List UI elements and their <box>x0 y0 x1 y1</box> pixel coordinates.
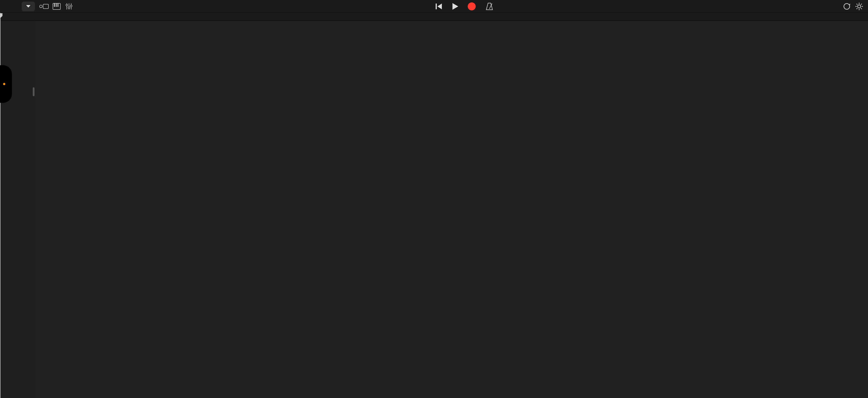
svg-point-7 <box>66 4 68 6</box>
svg-rect-3 <box>54 3 55 7</box>
play-button[interactable] <box>450 1 461 12</box>
metronome-button[interactable] <box>484 1 495 12</box>
tracks-area <box>0 21 868 398</box>
play-icon <box>452 3 459 10</box>
view-toggle-button[interactable] <box>39 1 50 12</box>
svg-point-9 <box>68 7 70 9</box>
svg-rect-12 <box>436 3 437 9</box>
automation-handle[interactable] <box>33 87 34 96</box>
svg-rect-5 <box>58 3 58 7</box>
piano-keys-icon <box>53 3 61 10</box>
piano-roll-button[interactable] <box>51 1 62 12</box>
fx-button[interactable] <box>76 1 87 12</box>
playhead-handle-icon[interactable] <box>0 13 3 19</box>
rewind-button[interactable] <box>434 1 444 12</box>
svg-line-23 <box>861 4 862 5</box>
rewind-icon <box>435 3 443 10</box>
lane-grid <box>35 21 868 398</box>
record-icon <box>467 2 476 10</box>
loop-icon <box>843 3 850 10</box>
svg-point-13 <box>468 2 476 10</box>
svg-point-11 <box>70 5 72 7</box>
track-lanes[interactable] <box>35 21 868 398</box>
recording-indicator-dot <box>3 83 5 85</box>
svg-point-15 <box>844 3 850 9</box>
svg-point-16 <box>858 5 861 8</box>
toolbar <box>0 0 868 13</box>
menu-button[interactable] <box>22 2 35 11</box>
svg-rect-4 <box>56 3 57 7</box>
mixer-icon <box>65 3 73 10</box>
settings-button[interactable] <box>854 1 864 12</box>
svg-point-0 <box>39 5 42 8</box>
dynamic-island <box>0 65 12 103</box>
loop-button[interactable] <box>841 1 852 12</box>
svg-rect-1 <box>43 4 49 9</box>
metronome-icon <box>486 3 493 10</box>
mixer-button[interactable] <box>64 1 74 12</box>
svg-line-21 <box>857 4 857 5</box>
gear-icon <box>855 2 863 10</box>
svg-line-22 <box>861 8 862 9</box>
view-toggle-icon <box>39 3 49 9</box>
ruler-gutter <box>0 13 35 21</box>
svg-line-24 <box>857 8 857 9</box>
ruler[interactable] <box>0 13 868 21</box>
ruler-lane[interactable] <box>35 13 868 21</box>
record-button[interactable] <box>466 1 477 12</box>
chevron-down-icon <box>26 5 31 8</box>
